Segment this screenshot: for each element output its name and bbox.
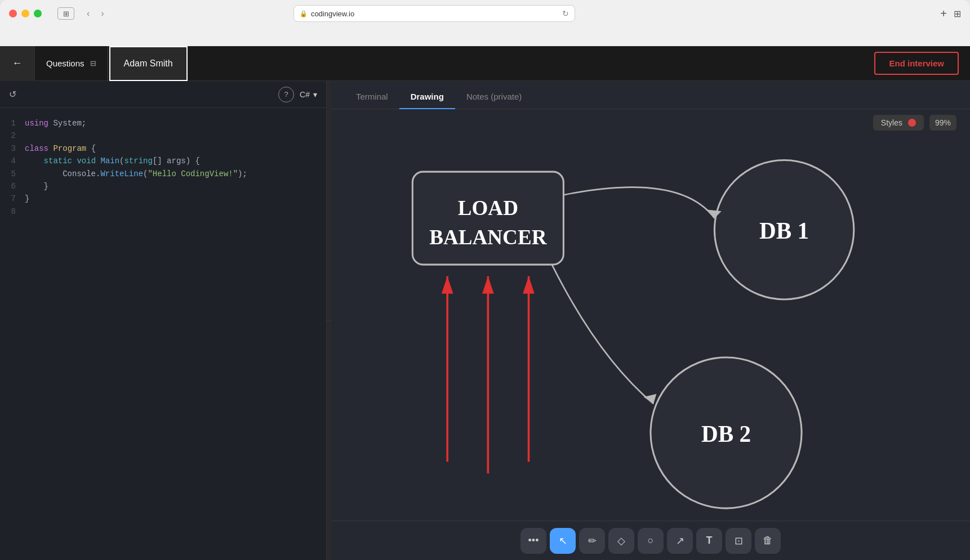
end-interview-button[interactable]: End interview — [874, 52, 959, 75]
svg-text:DB 2: DB 2 — [701, 421, 751, 447]
code-line: 8 — [5, 205, 322, 218]
code-line: 3 class Program { — [5, 142, 322, 155]
drawing-panel: Terminal Drawing Notes (private) Styles … — [331, 81, 970, 560]
eraser-tool-button[interactable]: ◇ — [608, 528, 634, 554]
more-icon: ••• — [528, 535, 539, 546]
pen-icon: ✏ — [588, 535, 597, 547]
eraser-icon: ◇ — [617, 535, 625, 547]
code-line: 2 — [5, 129, 322, 142]
code-line: 1 using System; — [5, 117, 322, 129]
styles-bar: Styles 99% — [331, 109, 970, 136]
pen-tool-button[interactable]: ✏ — [579, 528, 605, 554]
note-tool-button[interactable]: ⊡ — [726, 528, 751, 554]
address-bar[interactable]: 🔒 codingview.io ↻ — [293, 5, 575, 22]
styles-label-text: Styles — [881, 118, 902, 127]
app-header: ← Questions ⊟ Adam Smith End interview — [0, 46, 970, 81]
grid-button[interactable]: ⊞ — [954, 8, 961, 19]
styles-color-dot — [908, 119, 916, 127]
shape-tool-button[interactable]: ○ — [638, 528, 664, 554]
svg-marker-10 — [442, 276, 453, 294]
browser-titlebar: ⊞ ‹ › 🔒 codingview.io ↻ + ⊞ — [0, 0, 970, 27]
note-icon: ⊡ — [735, 535, 743, 547]
sidebar-toggle[interactable]: ⊞ — [57, 7, 74, 20]
arrow-icon: ↗ — [676, 535, 684, 547]
reload-button[interactable]: ↻ — [562, 9, 569, 18]
header-left: ← Questions ⊟ Adam Smith — [0, 46, 188, 81]
code-line: 4 static void Main(string[] args) { — [5, 155, 322, 167]
more-tool-button[interactable]: ••• — [520, 528, 546, 554]
svg-marker-14 — [523, 276, 535, 294]
questions-label: Questions — [46, 59, 84, 68]
back-button[interactable]: ← — [0, 46, 35, 81]
app-container: ← Questions ⊟ Adam Smith End interview ↺… — [0, 46, 970, 560]
text-icon: T — [706, 535, 713, 546]
resize-handle[interactable]: ⋮ — [327, 81, 331, 560]
back-nav-button[interactable]: ‹ — [83, 7, 93, 20]
styles-percent: 99% — [929, 115, 956, 131]
browser-chrome: ⊞ ‹ › 🔒 codingview.io ↻ + ⊞ — [0, 0, 970, 46]
tab-drawing[interactable]: Drawing — [399, 85, 455, 109]
select-icon: ↖ — [559, 535, 567, 547]
svg-text:LOAD: LOAD — [458, 196, 518, 219]
arrow-tool-button[interactable]: ↗ — [667, 528, 693, 554]
main-content: ↺ ? C# ▾ 1 using System; 2 3 clas — [0, 81, 970, 560]
select-tool-button[interactable]: ↖ — [550, 528, 576, 554]
language-selector[interactable]: C# ▾ — [300, 90, 317, 99]
tab-notes[interactable]: Notes (private) — [455, 85, 533, 109]
traffic-lights — [9, 10, 42, 17]
tab-terminal[interactable]: Terminal — [345, 85, 399, 109]
nav-arrows: ‹ › — [83, 7, 108, 20]
candidate-name-display: Adam Smith — [109, 46, 188, 81]
styles-selector[interactable]: Styles — [873, 115, 924, 131]
forward-nav-button[interactable]: › — [97, 7, 107, 20]
trash-icon: 🗑 — [763, 535, 773, 546]
code-line: 5 Console.WriteLine("Hello CodingView!")… — [5, 168, 322, 180]
svg-text:BALANCER: BALANCER — [429, 226, 547, 249]
code-line: 6 } — [5, 180, 322, 192]
chevron-down-icon: ▾ — [313, 90, 317, 99]
code-panel: ↺ ? C# ▾ 1 using System; 2 3 clas — [0, 81, 327, 560]
panel-tabs: Terminal Drawing Notes (private) — [331, 81, 970, 109]
trash-tool-button[interactable]: 🗑 — [755, 528, 781, 554]
refresh-icon[interactable]: ↺ — [9, 89, 16, 100]
url-text: codingview.io — [311, 10, 354, 18]
questions-icon: ⊟ — [90, 59, 96, 68]
code-area[interactable]: 1 using System; 2 3 class Program { 4 st… — [0, 108, 326, 560]
close-button[interactable] — [9, 10, 17, 17]
circle-icon: ○ — [648, 535, 654, 546]
header-right: End interview — [874, 52, 970, 75]
language-label: C# — [300, 90, 310, 99]
lock-icon: 🔒 — [300, 10, 308, 17]
code-toolbar: ↺ ? C# ▾ — [0, 81, 326, 108]
svg-marker-12 — [482, 276, 494, 294]
svg-marker-8 — [644, 394, 657, 404]
canvas-area[interactable]: LOAD BALANCER DB 1 DB 2 — [331, 136, 970, 521]
new-tab-button[interactable]: + — [940, 7, 947, 20]
help-icon[interactable]: ? — [278, 87, 294, 102]
drawing-canvas[interactable]: LOAD BALANCER DB 1 DB 2 — [331, 136, 970, 521]
svg-text:DB 1: DB 1 — [759, 218, 809, 244]
code-line: 7 } — [5, 192, 322, 205]
questions-button[interactable]: Questions ⊟ — [35, 46, 108, 81]
maximize-button[interactable] — [34, 10, 42, 17]
minimize-button[interactable] — [21, 10, 29, 17]
text-tool-button[interactable]: T — [696, 528, 722, 554]
bottom-toolbar: ••• ↖ ✏ ◇ ○ ↗ T — [331, 521, 970, 560]
